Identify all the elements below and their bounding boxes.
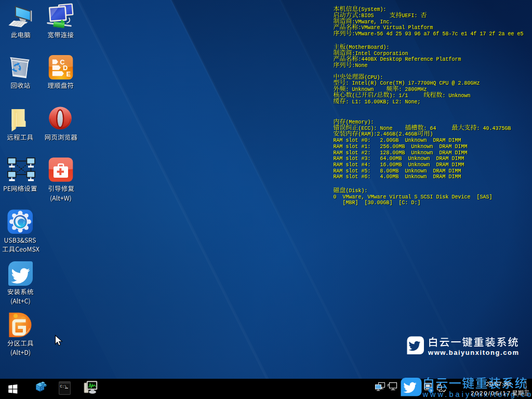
svg-text:20:57:30: 20:57:30 — [486, 381, 511, 387]
svg-text:?: ? — [430, 389, 432, 393]
svg-text:www.baiyunxitong.com: www.baiyunxitong.com — [428, 349, 518, 356]
